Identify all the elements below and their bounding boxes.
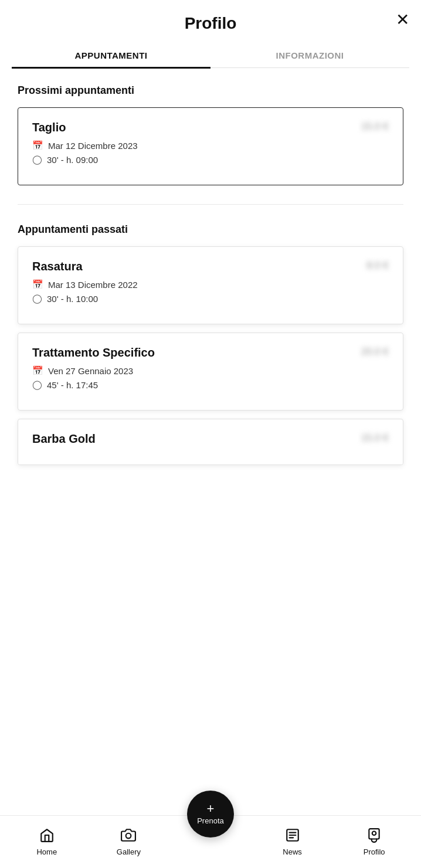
fab-plus-icon: + (207, 802, 215, 815)
nav-label-news: News (283, 847, 302, 856)
clock-icon: ◯ (32, 154, 42, 165)
tab-informazioni[interactable]: INFORMAZIONI (210, 42, 409, 67)
card-header: Taglio 15.0 € (32, 121, 389, 134)
nav-item-news[interactable]: News (252, 823, 334, 861)
bottom-nav-bar: Home Gallery + Prenota News (0, 815, 421, 868)
calendar-icon: 📅 (32, 140, 43, 151)
past-appointment-card-1[interactable]: Rasatura 8.0 € 📅 Mar 13 Dicembre 2022 ◯ … (18, 246, 403, 324)
person-icon (366, 828, 382, 845)
appointment-time: ◯ 30' - h. 09:00 (32, 154, 389, 165)
appointment-time: ◯ 30' - h. 10:00 (32, 293, 389, 304)
service-price: 8.0 € (366, 260, 389, 272)
page-title: Profilo (185, 14, 237, 33)
section-divider (18, 204, 403, 205)
nav-item-profilo[interactable]: Profilo (333, 823, 415, 861)
service-name: Barba Gold (32, 432, 96, 446)
service-name: Trattamento Specifico (32, 346, 155, 360)
nav-label-home: Home (36, 847, 57, 856)
service-name: Rasatura (32, 260, 83, 273)
tab-appuntamenti[interactable]: APPUNTAMENTI (12, 42, 210, 67)
appointment-date: 📅 Mar 12 Dicembre 2023 (32, 140, 389, 151)
close-button[interactable]: ✕ (396, 12, 409, 28)
nav-label-gallery: Gallery (117, 847, 141, 856)
appointment-date: 📅 Mar 13 Dicembre 2022 (32, 279, 389, 290)
past-section: Appuntamenti passati Rasatura 8.0 € 📅 Ma… (18, 223, 403, 465)
appointment-date: 📅 Ven 27 Gennaio 2023 (32, 365, 389, 376)
svg-point-0 (126, 833, 131, 839)
past-appointment-card-3-partial[interactable]: Barba Gold 15.0 € (18, 419, 403, 465)
service-price: 15.0 € (361, 432, 389, 444)
tab-bar: APPUNTAMENTI INFORMAZIONI (12, 42, 409, 68)
home-icon (39, 828, 55, 845)
main-content: Prossimi appuntamenti Taglio 15.0 € 📅 Ma… (0, 68, 421, 535)
page-header: Profilo ✕ (0, 0, 421, 42)
svg-rect-5 (369, 829, 379, 839)
fab-label: Prenota (197, 816, 224, 825)
service-price: 20.0 € (361, 346, 389, 358)
news-icon (285, 828, 300, 845)
nav-label-profilo: Profilo (364, 847, 385, 856)
prenota-fab[interactable]: + Prenota (187, 791, 234, 838)
upcoming-section: Prossimi appuntamenti Taglio 15.0 € 📅 Ma… (18, 84, 403, 185)
calendar-icon: 📅 (32, 365, 43, 376)
upcoming-section-title: Prossimi appuntamenti (18, 84, 403, 97)
nav-item-home[interactable]: Home (6, 823, 88, 861)
nav-item-gallery[interactable]: Gallery (88, 823, 170, 861)
clock-icon: ◯ (32, 293, 42, 304)
card-header: Barba Gold 15.0 € (32, 432, 389, 446)
service-name: Taglio (32, 121, 66, 134)
service-price: 15.0 € (361, 121, 389, 133)
past-section-title: Appuntamenti passati (18, 223, 403, 236)
past-appointment-card-2[interactable]: Trattamento Specifico 20.0 € 📅 Ven 27 Ge… (18, 333, 403, 411)
appointment-time: ◯ 45' - h. 17:45 (32, 379, 389, 390)
card-header: Rasatura 8.0 € (32, 260, 389, 273)
upcoming-appointment-card[interactable]: Taglio 15.0 € 📅 Mar 12 Dicembre 2023 ◯ 3… (18, 107, 403, 185)
calendar-icon: 📅 (32, 279, 43, 290)
svg-point-6 (372, 832, 376, 836)
card-header: Trattamento Specifico 20.0 € (32, 346, 389, 360)
camera-icon (121, 828, 136, 845)
clock-icon: ◯ (32, 379, 42, 390)
